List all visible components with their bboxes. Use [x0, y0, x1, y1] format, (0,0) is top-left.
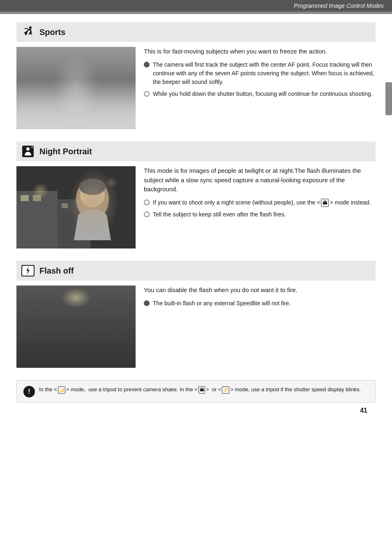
svg-rect-31: [103, 286, 136, 368]
night-portrait-image: [16, 166, 136, 248]
svg-rect-36: [107, 298, 115, 327]
night-portrait-icon: [21, 144, 35, 159]
svg-rect-17: [21, 195, 29, 201]
page-number: 41: [16, 407, 376, 418]
sports-bullet-1: The camera will first track the subject …: [144, 60, 376, 86]
svg-rect-38: [58, 339, 99, 343]
svg-point-21: [80, 183, 105, 207]
svg-point-20: [76, 179, 109, 220]
landscape-mode-icon: 🏔: [321, 199, 329, 207]
svg-rect-37: [119, 298, 127, 327]
flash-off-bullets: The built-in flash or any external Speed…: [144, 299, 376, 308]
svg-rect-41: [66, 331, 90, 339]
night-portrait-text: This mode is for images of people at twi…: [144, 166, 376, 248]
night-portrait-section: Night Portrait: [16, 142, 376, 248]
svg-point-9: [70, 65, 82, 78]
bullet-dot-1: [144, 62, 150, 67]
night-portrait-description: This mode is for images of people at twi…: [144, 166, 376, 194]
bullet-dot-2: [144, 91, 150, 97]
night-portrait-title: Night Portrait: [39, 147, 92, 156]
svg-point-0: [29, 26, 32, 29]
svg-rect-13: [16, 166, 136, 248]
flash-off-title: Flash off: [39, 266, 74, 276]
flash-off-body: You can disable the flash when you do no…: [16, 286, 376, 368]
page-header: Programmed Image Control Modes: [0, 0, 392, 12]
svg-rect-14: [16, 166, 136, 248]
night-portrait-bullet-1: If you want to shoot only a night scene …: [144, 198, 376, 207]
svg-rect-34: [29, 318, 45, 329]
svg-point-22: [79, 179, 106, 195]
note-icon: !: [23, 386, 35, 397]
flash-off-section: Flash off: [16, 261, 376, 368]
night-portrait-body: This mode is for images of people at twi…: [16, 166, 376, 248]
sports-bullet-2-text: While you hold down the shutter button, …: [153, 90, 373, 98]
svg-rect-40: [91, 343, 95, 355]
flash-off-text: You can disable the flash when you do no…: [144, 286, 376, 368]
sports-description: This is for fast-moving subjects when yo…: [144, 47, 376, 56]
svg-point-4: [16, 67, 136, 129]
note-landscape-icon: 🏔: [198, 386, 205, 394]
night-portrait-bullet-1-text: If you want to shoot only a night scene …: [153, 198, 371, 207]
sports-body: This is for fast-moving subjects when yo…: [16, 47, 376, 129]
sports-bullet-2: While you hold down the shutter button, …: [144, 90, 376, 98]
note-night-portrait-icon: 🌙: [58, 386, 65, 394]
sports-bullets: The camera will first track the subject …: [144, 60, 376, 98]
svg-rect-33: [25, 327, 49, 347]
sports-title: Sports: [39, 28, 65, 37]
svg-rect-35: [107, 298, 127, 327]
bottom-note: ! In the <🌙> mode, use a tripod to preve…: [16, 380, 376, 403]
header-title: Programmed Image Control Modes: [294, 2, 384, 9]
svg-rect-16: [58, 199, 90, 248]
flash-off-image: [16, 286, 136, 368]
svg-point-5: [16, 84, 136, 129]
sports-image: [16, 47, 136, 129]
svg-rect-8: [66, 76, 86, 109]
flash-off-bullet-1-text: The built-in flash or any external Speed…: [153, 299, 291, 308]
sports-section-header: Sports: [16, 22, 376, 42]
svg-rect-3: [16, 47, 136, 129]
bullet-dot-3: [144, 200, 150, 205]
svg-rect-30: [16, 286, 49, 368]
sports-text: This is for fast-moving subjects when yo…: [144, 47, 376, 129]
svg-rect-18: [33, 195, 41, 201]
night-portrait-bullet-2: Tell the subject to keep still even afte…: [144, 210, 376, 219]
flash-off-description: You can disable the flash when you do no…: [144, 286, 376, 295]
night-portrait-bullet-2-text: Tell the subject to keep still even afte…: [153, 210, 286, 219]
flash-off-icon: [21, 263, 35, 278]
flash-off-bullet-1: The built-in flash or any external Speed…: [144, 299, 376, 308]
sports-section: Sports: [16, 22, 376, 129]
svg-rect-19: [62, 203, 68, 208]
svg-rect-15: [16, 191, 58, 248]
svg-rect-39: [62, 343, 65, 355]
svg-point-7: [58, 67, 107, 100]
svg-point-28: [64, 288, 88, 295]
note-text: In the <🌙> mode, use a tripod to prevent…: [39, 385, 369, 394]
note-flash-off-icon: ⚡: [222, 386, 229, 394]
night-portrait-bullets: If you want to shoot only a night scene …: [144, 198, 376, 219]
svg-rect-27: [16, 286, 136, 368]
scroll-indicator[interactable]: [385, 82, 392, 115]
svg-point-11: [26, 147, 30, 151]
night-portrait-section-header: Night Portrait: [16, 142, 376, 161]
svg-rect-32: [16, 347, 136, 368]
sports-icon: [21, 25, 35, 39]
bullet-dot-5: [144, 300, 150, 306]
flash-off-section-header: Flash off: [16, 261, 376, 281]
sports-bullet-1-text: The camera will first track the subject …: [153, 60, 376, 86]
svg-rect-26: [16, 286, 136, 368]
page-content: Sports: [0, 14, 392, 427]
svg-point-6: [33, 67, 99, 109]
bullet-dot-4: [144, 211, 150, 217]
